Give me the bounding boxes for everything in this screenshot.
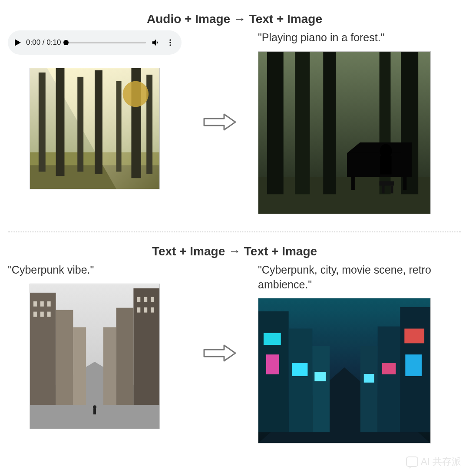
svg-rect-18 (295, 52, 310, 194)
output-column-2: "Cyberpunk, city, movie scene, retro amb… (258, 263, 461, 444)
svg-rect-17 (267, 52, 284, 194)
svg-rect-44 (40, 311, 44, 317)
svg-rect-53 (93, 408, 96, 414)
input-image-forest (30, 68, 160, 189)
svg-rect-39 (103, 327, 116, 405)
input-image-city (30, 284, 160, 429)
svg-rect-36 (73, 327, 86, 405)
input-column-1: 0:00 / 0:10 (8, 30, 182, 189)
svg-point-1 (169, 42, 171, 43)
example-row-2: "Cyberpunk vibe." (0, 263, 469, 457)
arrow-right-icon (202, 344, 237, 363)
svg-rect-19 (323, 52, 336, 194)
arrow-column-1 (189, 112, 250, 132)
input-column-2: "Cyberpunk vibe." (8, 263, 182, 429)
svg-rect-38 (116, 307, 134, 405)
svg-rect-47 (144, 297, 147, 302)
svg-rect-34 (30, 292, 56, 404)
section-title-2: Text + Image → Text + Image (0, 232, 469, 263)
svg-rect-48 (151, 297, 154, 302)
svg-rect-37 (133, 288, 159, 404)
svg-rect-30 (390, 185, 393, 193)
svg-rect-42 (47, 301, 51, 306)
svg-rect-10 (95, 70, 102, 174)
svg-rect-50 (144, 307, 147, 312)
svg-rect-22 (347, 153, 412, 177)
svg-rect-8 (56, 68, 65, 176)
watermark: AI 共存派 (406, 455, 461, 468)
svg-point-0 (169, 40, 171, 41)
seek-bar[interactable] (66, 42, 146, 43)
audio-player[interactable]: 0:00 / 0:10 (8, 30, 182, 55)
svg-rect-11 (116, 81, 122, 172)
svg-point-52 (93, 405, 96, 409)
svg-rect-7 (39, 73, 46, 172)
svg-rect-46 (137, 297, 140, 302)
svg-point-2 (169, 44, 171, 46)
svg-rect-49 (137, 307, 140, 312)
svg-rect-35 (56, 310, 73, 405)
svg-rect-24 (351, 177, 355, 190)
svg-rect-25 (403, 177, 406, 190)
chat-bubble-icon (406, 456, 418, 467)
input-caption-2: "Cyberpunk vibe." (8, 263, 94, 278)
play-icon[interactable] (15, 39, 21, 46)
output-caption-1: "Playing piano in a forest." (258, 30, 385, 45)
section-title-1: Audio + Image → Text + Image (0, 0, 469, 30)
svg-rect-28 (380, 181, 394, 185)
svg-rect-43 (33, 311, 37, 317)
output-image-cyberpunk (258, 298, 431, 443)
audio-time-display: 0:00 / 0:10 (26, 38, 61, 47)
svg-rect-40 (33, 301, 37, 306)
kebab-menu-icon[interactable] (166, 38, 175, 47)
output-column-1: "Playing piano in a forest." (258, 30, 461, 214)
volume-icon[interactable] (151, 38, 161, 47)
svg-point-14 (123, 81, 149, 107)
output-caption-2: "Cyberpunk, city, movie scene, retro amb… (258, 263, 461, 292)
arrow-right-icon (202, 112, 237, 132)
output-image-piano-forest (258, 51, 431, 214)
seek-knob[interactable] (63, 40, 69, 45)
svg-rect-45 (47, 311, 51, 317)
svg-rect-70 (258, 298, 430, 443)
svg-rect-9 (77, 77, 83, 172)
svg-rect-27 (380, 156, 392, 174)
svg-rect-41 (40, 301, 44, 306)
watermark-text: AI 共存派 (421, 455, 461, 468)
svg-point-26 (380, 144, 392, 158)
svg-rect-29 (382, 185, 385, 193)
svg-rect-51 (151, 307, 154, 312)
example-row-1: 0:00 / 0:10 (0, 30, 469, 227)
arrow-column-2 (189, 344, 250, 363)
